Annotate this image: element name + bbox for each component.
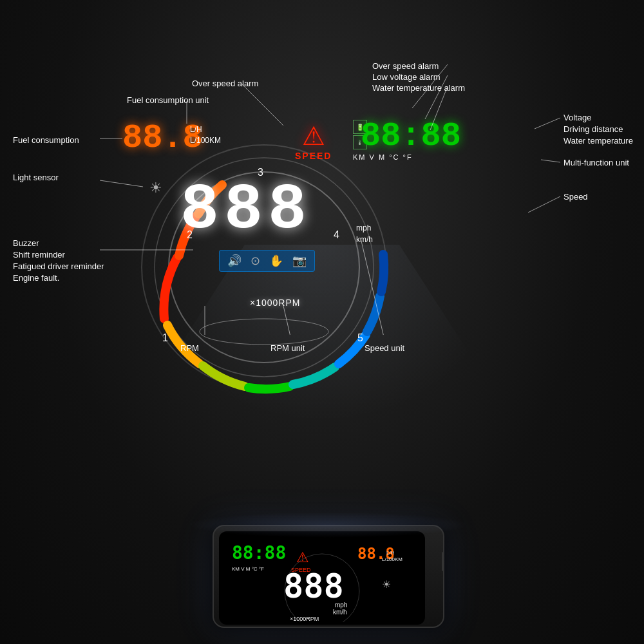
rpm-annotation: RPM — [180, 343, 199, 353]
speed-alarm-text: SPEED — [295, 151, 332, 161]
multi-value-display: 88:88 — [361, 117, 461, 155]
rpm-label: ×1000RPM — [250, 298, 300, 308]
kmh-label: km/h — [356, 234, 373, 245]
svg-text:5: 5 — [357, 332, 363, 343]
over-speed-alarm-right-label: Over speed alarm — [372, 61, 439, 71]
svg-text:KM V M °C °F: KM V M °C °F — [232, 567, 264, 573]
speed-unit-display: mph km/h — [356, 222, 373, 245]
svg-text:88:88: 88:88 — [232, 543, 286, 564]
fuel-unit-lh: L/H — [190, 124, 221, 135]
svg-text:L/H: L/H — [386, 551, 395, 556]
svg-text:L/100KM: L/100KM — [382, 557, 402, 563]
speed-alarm-display: ⚠ SPEED — [295, 121, 332, 161]
fuel-consumption-label: Fuel consumption — [13, 135, 79, 145]
low-voltage-label: Low voltage alarm — [372, 72, 440, 82]
svg-text:☀: ☀ — [382, 580, 391, 591]
svg-point-3 — [200, 319, 328, 345]
fuel-consumption-unit-label: Fuel consumption unit — [127, 95, 209, 105]
speed-label: Speed — [564, 192, 588, 202]
over-speed-alarm-left-label: Over speed alarm — [192, 79, 258, 88]
svg-text:888: 888 — [283, 567, 344, 606]
svg-text:×1000RPM: ×1000RPM — [290, 616, 319, 623]
bottom-icons-row: 🔊 ⊙ ✋ 📷 — [219, 250, 315, 272]
device-screen: 88:88 KM V M °C °F ⚠ SPEED 88.8 L/H L/10… — [219, 531, 425, 625]
multi-units-display: KM V M °C °F — [353, 153, 413, 161]
voltage-label: Voltage — [564, 113, 591, 122]
water-temp-alarm-label: Water temperature alarm — [372, 83, 465, 93]
device-glow — [187, 512, 470, 538]
hand-icon[interactable]: ✋ — [269, 254, 283, 268]
device-screen-content: 88:88 KM V M °C °F ⚠ SPEED 88.8 L/H L/10… — [219, 531, 425, 625]
svg-text:mph: mph — [335, 602, 347, 609]
speed-unit-annotation: Speed unit — [365, 343, 404, 353]
driving-distance-label: Driving distance — [564, 124, 623, 134]
buzzer-label: Buzzer — [13, 238, 39, 248]
svg-text:km/h: km/h — [333, 609, 347, 616]
buzzer-icon[interactable]: 🔊 — [227, 254, 242, 268]
fuel-unit-display: L/H L/100KM — [190, 124, 221, 146]
multi-function-unit-label: Multi-function unit — [564, 158, 629, 167]
svg-text:⚠: ⚠ — [296, 550, 309, 566]
rpm-unit-annotation: RPM unit — [270, 343, 305, 353]
physical-device: 88:88 KM V M °C °F ⚠ SPEED 88.8 L/H L/10… — [213, 525, 444, 628]
svg-text:4: 4 — [334, 229, 339, 240]
svg-text:1: 1 — [162, 332, 168, 343]
fatigue-reminder-label: Fatigued driver reminder — [13, 261, 104, 271]
light-sensor-icon: ☀ — [149, 180, 162, 196]
camera-icon[interactable]: 📷 — [292, 254, 307, 268]
device-side-button[interactable] — [442, 552, 444, 571]
engine-fault-label: Engine fault. — [13, 273, 59, 283]
water-temperature-label: Water temperature — [564, 136, 633, 146]
light-sensor-label: Light sensor — [13, 173, 59, 182]
speed-display: 888 — [180, 174, 312, 247]
mph-label: mph — [356, 222, 373, 234]
settings-icon[interactable]: ⊙ — [251, 254, 260, 268]
fuel-unit-l100: L/100KM — [190, 135, 221, 146]
shift-reminder-label: Shift reminder — [13, 250, 65, 260]
